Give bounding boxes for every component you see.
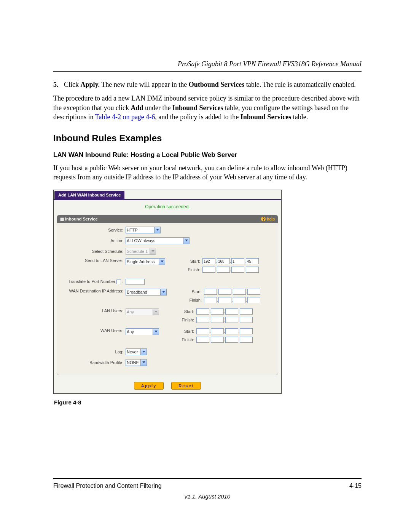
help-icon: ? [261, 217, 266, 221]
step-5: 5. Click Apply. The new rule will appear… [53, 80, 362, 89]
log-select[interactable]: Never [126, 348, 147, 355]
subsection-heading: LAN WAN Inbound Rule: Hosting a Local Pu… [53, 151, 362, 159]
action-select[interactable]: ALLOW always [126, 237, 190, 244]
doc-title: ProSafe Gigabit 8 Port VPN Firewall FVS3… [53, 60, 362, 68]
panel-title: ▦ Inbound Service [60, 217, 98, 222]
wandest-select[interactable]: Broadband [126, 289, 167, 296]
schedule-select: Schedule 1 [126, 248, 156, 255]
button-bar: Apply Reset [54, 379, 281, 393]
label-wanusers: WAN Users: [61, 328, 126, 333]
ip-octet-3[interactable]: 1 [231, 258, 244, 264]
wanusers-select[interactable]: Any [126, 328, 159, 335]
lanusers-range: Start: ... Finish: ... [180, 308, 253, 325]
service-select[interactable]: HTTP [126, 227, 161, 233]
xref-link[interactable]: Table 4-2 on page 4-6 [95, 113, 155, 121]
label-bw: Bandwidth Profile: [61, 360, 126, 365]
ip-octet-1[interactable]: 192 [202, 258, 215, 264]
translate-port-input[interactable] [126, 279, 145, 285]
reset-button[interactable]: Reset [171, 382, 201, 390]
wandest-range: Start: ... Finish: ... [188, 289, 260, 305]
footer-version: v1.1, August 2010 [53, 493, 362, 500]
inbound-service-panel: ▦ Inbound Service ? help Service: HTTP A… [57, 215, 278, 375]
ip-octet-4[interactable]: 45 [246, 258, 259, 264]
label-action: Action: [61, 238, 126, 243]
footer-left: Firewall Protection and Content Filterin… [53, 482, 162, 489]
procedure-paragraph: The procedure to add a new LAN DMZ inbou… [53, 94, 362, 121]
figure-screenshot: Add LAN WAN Inbound Service Operation su… [53, 190, 282, 394]
label-lanusers: LAN Users: [61, 308, 126, 313]
page-footer: Firewall Protection and Content Filterin… [53, 478, 362, 500]
label-translate: Translate to Port Number : [61, 279, 126, 284]
screenshot-tab: Add LAN WAN Inbound Service [54, 191, 124, 199]
section-heading: Inbound Rules Examples [53, 133, 362, 144]
panel-body: Service: HTTP Action: ALLOW always Selec… [57, 223, 278, 366]
label-schedule: Select Schedule: [61, 249, 126, 254]
step-text: Click Apply. The new rule will appear in… [64, 80, 362, 89]
step-number: 5. [53, 80, 64, 89]
footer-right: 4-15 [349, 482, 362, 489]
sendto-range: Start: 192. 168. 1. 45 Finish: . . . [186, 258, 259, 275]
header-rule [53, 71, 362, 72]
sendto-select[interactable]: Single Address [126, 258, 165, 265]
help-link[interactable]: ? help [261, 217, 275, 221]
status-message: Operation succeeded. [54, 200, 281, 215]
label-finish: Finish: [186, 267, 202, 272]
figure-caption: Figure 4-8 [54, 399, 362, 406]
label-service: Service: [61, 228, 126, 232]
panel-header: ▦ Inbound Service ? help [57, 215, 278, 223]
translate-checkbox[interactable] [116, 280, 121, 284]
label-wandest: WAN Destination IP Address: [61, 289, 126, 293]
label-sendto: Send to LAN Server: [61, 258, 126, 263]
wanusers-range: Start: ... Finish: ... [180, 328, 253, 345]
bw-select[interactable]: NONE [126, 359, 147, 366]
intro-paragraph: If you host a public Web server on your … [53, 163, 362, 182]
label-start: Start: [186, 259, 202, 264]
label-log: Log: [61, 350, 126, 354]
ip-octet-2[interactable]: 168 [217, 258, 230, 264]
apply-button[interactable]: Apply [134, 382, 164, 390]
footer-rule [53, 478, 362, 479]
lanusers-select: Any [126, 308, 159, 315]
